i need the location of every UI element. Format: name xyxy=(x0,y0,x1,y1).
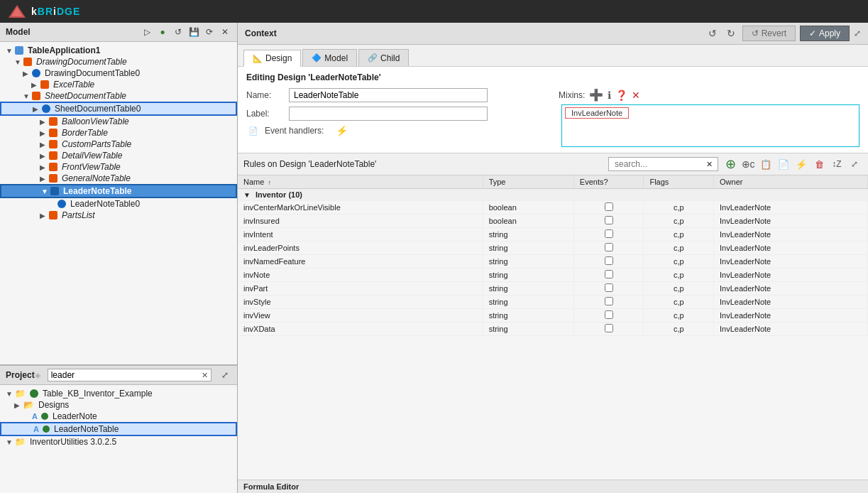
proj-tree-table-kb[interactable]: ▼ 📁 Table_KB_Inventor_Example xyxy=(0,388,237,399)
tree-item-sheet-doc0[interactable]: ▶ SheetDocumentTable0 xyxy=(0,102,237,116)
mixins-remove-icon[interactable]: ✕ xyxy=(632,90,640,101)
proj-tree-designs[interactable]: ▶ 📂 Designs xyxy=(0,399,237,411)
rules-search-input[interactable] xyxy=(612,158,704,170)
rules-sort-btn[interactable]: ↕Z xyxy=(829,156,845,172)
undo-button[interactable]: ↺ xyxy=(705,26,720,40)
tree-item-leader-note-table[interactable]: ▼ LeaderNoteTable xyxy=(0,184,237,198)
tab-design-label: Design xyxy=(265,53,292,63)
table-row[interactable]: invLeaderPoints string c,p InvLeaderNote xyxy=(238,242,868,255)
proj-tree-leader-note[interactable]: A LeaderNote xyxy=(0,411,237,422)
model-undo-icon[interactable]: ↺ xyxy=(172,26,185,38)
context-expand-icon[interactable]: ⤢ xyxy=(854,28,861,38)
table-row[interactable]: invStyle string c,p InvLeaderNote xyxy=(238,296,868,309)
project-search-clear[interactable]: ✕ xyxy=(199,371,211,380)
events-checkbox-2[interactable] xyxy=(605,229,613,238)
model-circle-icon[interactable]: ● xyxy=(156,26,169,38)
row-events-4[interactable] xyxy=(573,255,644,269)
table-row[interactable]: invIntent string c,p InvLeaderNote xyxy=(238,228,868,242)
tree-item-front-view[interactable]: ▶ FrontViewTable xyxy=(0,161,237,173)
events-checkbox-3[interactable] xyxy=(605,243,613,251)
events-checkbox-7[interactable] xyxy=(605,297,613,305)
events-checkbox-1[interactable] xyxy=(605,216,613,224)
tab-design[interactable]: 📐 Design xyxy=(243,50,301,67)
apply-button[interactable]: ✓ Apply xyxy=(800,26,850,41)
col-header-events[interactable]: Events? xyxy=(573,175,644,189)
row-events-6[interactable] xyxy=(573,282,644,296)
tree-item-excel[interactable]: ▶ ExcelTable xyxy=(0,79,237,90)
row-events-0[interactable] xyxy=(573,201,644,215)
tree-item-border[interactable]: ▶ BorderTable xyxy=(0,127,237,139)
mixins-help-icon[interactable]: ❓ xyxy=(615,90,627,101)
proj-arrow-designs: ▶ xyxy=(14,401,21,409)
rules-search-box[interactable]: ✕ xyxy=(608,157,718,171)
event-lightning-icon[interactable]: ⚡ xyxy=(336,125,348,136)
mixins-add-icon[interactable]: ➕ xyxy=(589,88,603,102)
row-events-1[interactable] xyxy=(573,215,644,228)
rules-search-clear-icon[interactable]: ✕ xyxy=(704,160,715,169)
row-events-3[interactable] xyxy=(573,242,644,255)
rules-add-btn[interactable]: ⊕ xyxy=(723,156,738,172)
tree-item-parts-list[interactable]: ▶ PartsList xyxy=(0,210,237,221)
table-row[interactable]: invCenterMarkOrLineVisible boolean c,p I… xyxy=(238,201,868,215)
tree-item-drawing-doc0[interactable]: ▶ DrawingDocumentTable0 xyxy=(0,67,237,79)
model-close-icon[interactable]: ✕ xyxy=(219,26,231,38)
project-search-input[interactable] xyxy=(48,369,199,381)
proj-tree-leader-note-table[interactable]: A LeaderNoteTable xyxy=(0,422,237,436)
project-expand-icon[interactable]: ⤢ xyxy=(219,369,231,381)
revert-button[interactable]: ↺ Revert xyxy=(742,26,796,41)
tree-item-sheet-doc[interactable]: ▼ SheetDocumentTable xyxy=(0,90,237,102)
tree-item-balloon[interactable]: ▶ BalloonViewTable xyxy=(0,116,237,127)
rules-delete-btn[interactable]: 🗑 xyxy=(811,156,827,172)
rules-paste-btn[interactable]: 📄 xyxy=(776,156,791,172)
name-input[interactable] xyxy=(289,88,488,102)
tree-item-detail-view[interactable]: ▶ DetailViewTable xyxy=(0,150,237,161)
label-input[interactable] xyxy=(289,107,488,121)
tree-item-leader-note-table0[interactable]: LeaderNoteTable0 xyxy=(0,198,237,210)
inventor-group-row[interactable]: ▼ Inventor (10) xyxy=(238,189,868,201)
events-checkbox-0[interactable] xyxy=(605,202,613,211)
mixins-info-icon[interactable]: ℹ xyxy=(608,90,611,101)
tree-item-table-app[interactable]: ▼ TableApplication1 xyxy=(0,45,237,56)
row-events-5[interactable] xyxy=(573,269,644,282)
model-refresh-icon[interactable]: ⟳ xyxy=(203,26,216,38)
tree-item-custom-parts[interactable]: ▶ CustomPartsTable xyxy=(0,139,237,150)
arrow-general-note: ▶ xyxy=(40,175,47,183)
table-row[interactable]: invView string c,p InvLeaderNote xyxy=(238,309,868,323)
tree-item-drawing-doc[interactable]: ▼ DrawingDocumentTable xyxy=(0,56,237,67)
project-search-box[interactable]: ✕ xyxy=(48,369,211,381)
events-checkbox-5[interactable] xyxy=(605,270,613,278)
rules-lightning-btn[interactable]: ⚡ xyxy=(793,156,809,172)
rules-add-copy-btn[interactable]: ⊕c xyxy=(740,156,756,172)
events-checkbox-6[interactable] xyxy=(605,283,613,292)
rules-expand-btn[interactable]: ⤢ xyxy=(847,156,862,172)
tab-child[interactable]: 🔗 Child xyxy=(358,49,409,66)
proj-tree-inventor-utils[interactable]: ▼ 📁 InventorUtilities 3.0.2.5 xyxy=(0,436,237,448)
row-events-2[interactable] xyxy=(573,228,644,242)
col-header-owner[interactable]: Owner xyxy=(714,175,868,189)
tree-item-general-note[interactable]: ▶ GeneralNoteTable xyxy=(0,173,237,184)
events-checkbox-8[interactable] xyxy=(605,310,613,319)
col-header-type[interactable]: Type xyxy=(483,175,573,189)
model-play-icon[interactable]: ▷ xyxy=(141,26,153,38)
col-header-name[interactable]: Name ↑ xyxy=(238,175,483,189)
table-row[interactable]: invNamedFeature string c,p InvLeaderNote xyxy=(238,255,868,269)
row-events-7[interactable] xyxy=(573,296,644,309)
col-owner-label: Owner xyxy=(720,178,742,186)
table-row[interactable]: invXData string c,p InvLeaderNote xyxy=(238,323,868,336)
table-row[interactable]: invPart string c,p InvLeaderNote xyxy=(238,282,868,296)
rules-copy-btn[interactable]: 📋 xyxy=(758,156,774,172)
event-row: 📄 Event handlers: ⚡ xyxy=(246,125,547,136)
table-row[interactable]: invNote string c,p InvLeaderNote xyxy=(238,269,868,282)
events-checkbox-9[interactable] xyxy=(605,324,613,332)
row-events-9[interactable] xyxy=(573,323,644,336)
row-events-8[interactable] xyxy=(573,309,644,323)
rules-table-container[interactable]: Name ↑ Type Events? Flags xyxy=(238,175,868,480)
table-row[interactable]: invInsured boolean c,p InvLeaderNote xyxy=(238,215,868,228)
col-header-flags[interactable]: Flags xyxy=(644,175,714,189)
redo-button[interactable]: ↻ xyxy=(724,26,738,40)
mixin-tag[interactable]: InvLeaderNote xyxy=(565,107,629,119)
row-flags-9: c,p xyxy=(644,323,714,336)
tab-model[interactable]: 🔷 Model xyxy=(302,49,357,66)
model-save-icon[interactable]: 💾 xyxy=(187,26,200,38)
events-checkbox-4[interactable] xyxy=(605,256,613,265)
